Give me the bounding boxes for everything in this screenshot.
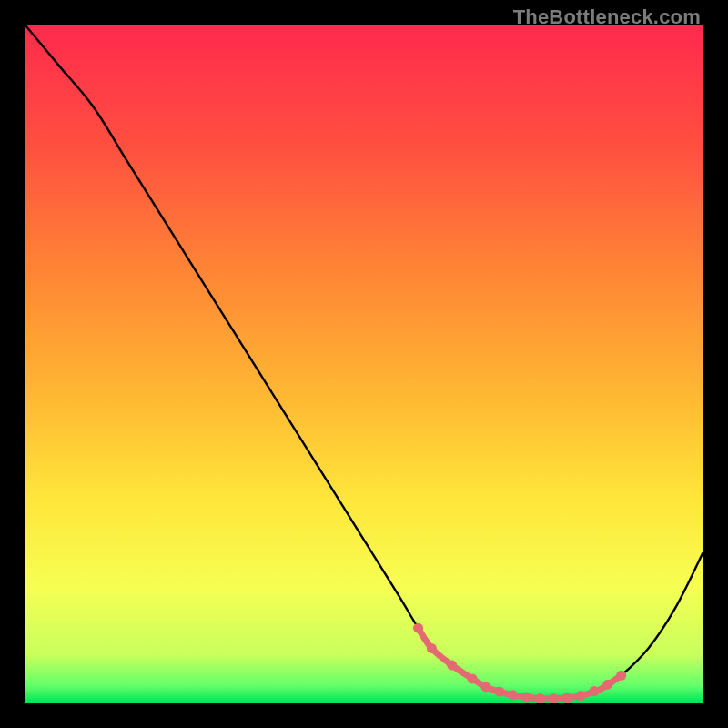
chart-frame: TheBottleneck.com [0,0,728,728]
valley-dot [494,687,504,697]
valley-dot [521,693,531,703]
plot-area [25,25,703,703]
watermark: TheBottleneck.com [513,5,701,29]
valley-dot [447,661,457,671]
valley-dot [468,673,478,683]
valley-dot [562,693,572,703]
valley-dot [427,643,437,653]
valley-dot [576,691,586,701]
valley-dot [616,671,626,681]
valley-dot [602,680,612,690]
valley-dot [589,686,599,696]
valley-dot [413,623,423,633]
chart-svg [25,25,703,703]
watermark-text: TheBottleneck.com [513,5,701,28]
valley-dot [508,690,518,700]
gradient-bg [25,25,703,703]
valley-dot [480,682,490,692]
